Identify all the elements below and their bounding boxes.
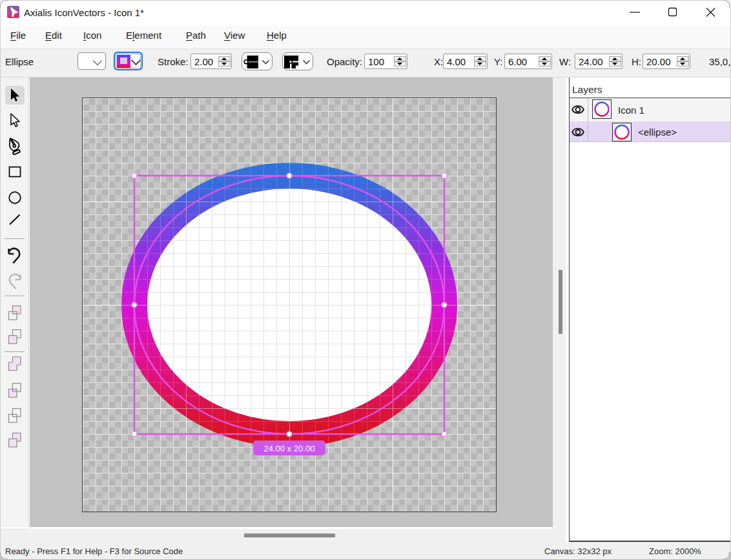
svg-text:24.00 x 20.00: 24.00 x 20.00 [264,444,315,453]
